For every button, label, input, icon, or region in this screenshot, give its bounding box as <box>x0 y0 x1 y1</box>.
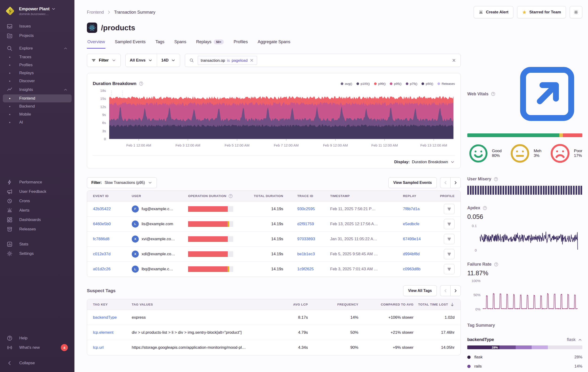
suspect-next-button[interactable] <box>450 285 461 296</box>
tag-selected-value[interactable]: flask <box>567 337 582 342</box>
column-header-timestamp[interactable]: TIMESTAMP <box>323 194 396 198</box>
create-alert-button[interactable]: Create Alert <box>474 6 513 18</box>
chev-up-icon <box>578 338 582 342</box>
sidebar-item-frontend[interactable]: Frontend <box>3 95 72 102</box>
legend-item-p50[interactable]: p50() <box>421 82 433 85</box>
view-sampled-events-button[interactable]: View Sampled Events <box>388 177 437 188</box>
org-switcher[interactable]: Empower Plant dominik.buszowiec… <box>0 0 74 21</box>
sidebar-item-releases[interactable]: Releases <box>3 224 72 234</box>
trace-id-link[interactable]: 930c2595 <box>297 207 315 211</box>
replay-id-link[interactable]: 7f8b7d1a <box>403 207 420 211</box>
sidebar-item-alerts[interactable]: Alerts <box>3 206 72 215</box>
avg-lcp: 4.79s <box>273 330 308 335</box>
trace-id-link[interactable]: 1c9f2625 <box>297 267 314 271</box>
sidebar-item-performance[interactable]: Performance <box>3 178 72 187</box>
sidebar-item-stats[interactable]: Stats <box>3 240 72 249</box>
view-all-tags-button[interactable]: View All Tags <box>403 285 437 296</box>
column-header-total-time-lost[interactable]: TOTAL TIME LOST <box>413 302 455 307</box>
sidebar-item-insights[interactable]: Insights <box>3 85 72 95</box>
search-input[interactable]: transaction.op is pageload <box>185 54 461 67</box>
sidebar-item-issues[interactable]: Issues <box>3 21 72 31</box>
sidebar-item-help[interactable]: Help <box>3 333 72 343</box>
replay-id-link[interactable]: e5edbcfe <box>403 222 420 226</box>
tab-replays[interactable]: Replays50+ <box>196 38 224 49</box>
env-selector[interactable]: All Envs <box>126 54 157 67</box>
column-header-total-duration[interactable]: TOTAL DURATION <box>235 194 283 198</box>
event-id-link[interactable]: 6460e5b0 <box>93 222 111 226</box>
filter-button[interactable]: Filter <box>87 54 121 67</box>
sidebar-item-replays[interactable]: Replays <box>3 69 72 77</box>
display-selector[interactable]: Display: Duration Breakdown <box>93 156 455 168</box>
duration-breakdown-chart[interactable]: 03s6s9s12s15s18sFeb 1 12:00 AMFeb 3 12:0… <box>93 88 455 149</box>
profile-button[interactable] <box>444 249 455 259</box>
misery-stripe <box>580 186 582 195</box>
event-id-link[interactable]: fc7886d8 <box>93 237 109 241</box>
sidebar-item-settings[interactable]: Settings <box>3 249 72 258</box>
suspect-prev-button[interactable] <box>440 285 450 296</box>
profile-icon <box>447 222 452 226</box>
legend-item-releases[interactable]: Releases <box>438 82 455 85</box>
sidebar-item-ai[interactable]: AI <box>3 118 72 126</box>
next-page-button[interactable] <box>450 177 461 188</box>
profile-button[interactable] <box>444 234 455 244</box>
prev-page-button[interactable] <box>440 177 450 188</box>
sidebar-item-explore[interactable]: Explore <box>3 44 72 53</box>
replay-id-link[interactable]: d994bf8d <box>403 252 420 256</box>
sidebar-item-projects[interactable]: Projects <box>3 31 72 40</box>
tag-legend-row[interactable]: rails14% <box>467 362 582 371</box>
event-id-link[interactable]: a01d2c26 <box>93 267 111 271</box>
legend-item-avg[interactable]: avg() <box>341 82 352 85</box>
timestamp: Feb 5, 2025 9:58:45 AM … <box>323 252 396 256</box>
tab-aggregate-spans[interactable]: Aggregate Spans <box>257 38 291 49</box>
tag-legend-row[interactable]: flask28% <box>467 352 582 362</box>
trace-id-link[interactable]: be1b1ec3 <box>297 252 315 256</box>
sidebar-item-mobile[interactable]: Mobile <box>3 110 72 118</box>
search-clear-icon[interactable] <box>452 58 456 63</box>
date-range-selector[interactable]: 14D <box>157 54 180 67</box>
profile-button[interactable] <box>444 204 455 214</box>
tag-key-link[interactable]: lcp.url <box>93 345 104 350</box>
sidebar-item-profiles[interactable]: Profiles <box>3 61 72 69</box>
sidebar-item-user-feedback[interactable]: User Feedback <box>3 187 72 196</box>
replay-id-link[interactable]: 67499e14 <box>403 237 421 241</box>
tab-overview[interactable]: Overview <box>87 38 105 49</box>
tab-sampled-events[interactable]: Sampled Events <box>114 38 146 49</box>
tab-tags[interactable]: Tags <box>155 38 165 49</box>
sidebar-item-collapse[interactable]: Collapse <box>3 358 72 368</box>
legend-item-p75[interactable]: p75() <box>406 82 418 85</box>
tag-key-link[interactable]: lcp.element <box>93 330 113 335</box>
tag-value: express <box>132 315 146 320</box>
sidebar-item-discover[interactable]: Discover <box>3 77 72 85</box>
user-avatar: F <box>132 205 139 213</box>
legend-item-p99[interactable]: p99() <box>374 82 386 85</box>
compared-to-avg: +21% slower <box>358 330 413 335</box>
legend-item-p100[interactable]: p100() <box>357 82 370 85</box>
search-token[interactable]: transaction.op is pageload <box>198 56 257 65</box>
sidebar-item-backend[interactable]: Backend <box>3 102 72 110</box>
web-vitals-open-icon[interactable] <box>512 59 582 129</box>
tag-distribution-bar[interactable]: 28% <box>467 345 582 349</box>
event-id-link[interactable]: c012e37d <box>93 252 111 256</box>
trace-id-link[interactable]: d2f91759 <box>297 222 314 226</box>
event-id-link[interactable]: 42b35422 <box>93 207 111 211</box>
sidebar-item-dashboards[interactable]: Dashboards <box>3 215 72 224</box>
legend-item-p95[interactable]: p95() <box>390 82 401 85</box>
settings-button[interactable] <box>570 6 582 18</box>
transactions-filter-button[interactable]: Filter: Slow Transactions (p95) <box>87 177 157 188</box>
tag-legend-row[interactable]: springboot14% <box>467 371 582 372</box>
replay-id-link[interactable]: c0963d8b <box>403 267 420 271</box>
tab-spans[interactable]: Spans <box>174 38 187 49</box>
breadcrumb-project[interactable]: Frontend <box>87 10 104 15</box>
sidebar-item-label: Dashboards <box>19 217 41 222</box>
sidebar-item-what-s-new[interactable]: What's new4 <box>3 343 72 352</box>
token-remove-icon[interactable] <box>249 58 254 63</box>
tab-profiles[interactable]: Profiles <box>233 38 248 49</box>
profile-button[interactable] <box>444 264 455 274</box>
sidebar-item-traces[interactable]: Traces <box>3 53 72 61</box>
legend-dot-icon <box>421 82 424 85</box>
sidebar-item-crons[interactable]: Crons <box>3 196 72 206</box>
starred-for-team-button[interactable]: Starred for Team <box>517 6 566 18</box>
tag-key-link[interactable]: backendType <box>93 315 117 320</box>
trace-id-link[interactable]: 97033893 <box>297 237 315 241</box>
profile-button[interactable] <box>444 219 455 229</box>
